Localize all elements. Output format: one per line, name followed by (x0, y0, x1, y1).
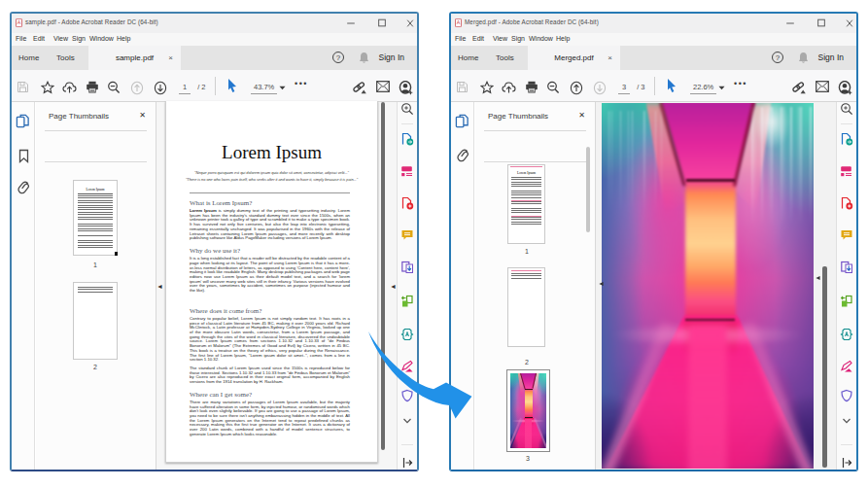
svg-text:A: A (17, 19, 21, 25)
svg-text:A: A (457, 19, 461, 25)
